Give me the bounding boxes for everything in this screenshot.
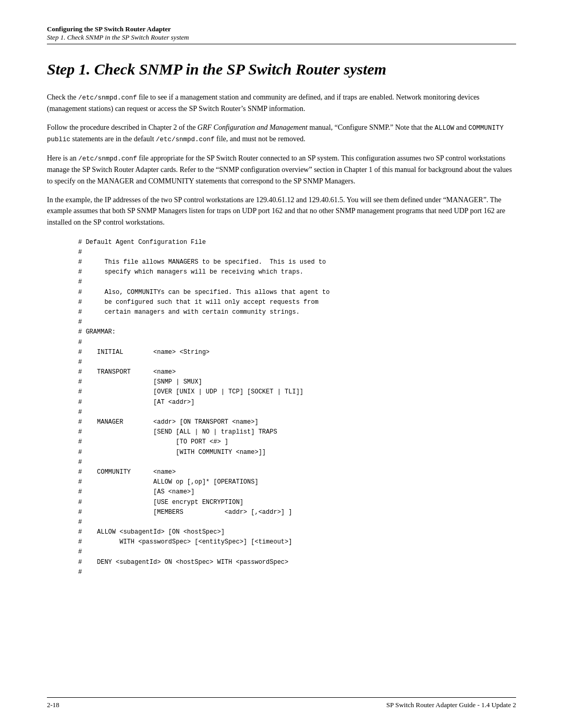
chapter-title: Step 1. Check SNMP in the SP Switch Rout… [47, 59, 516, 79]
code-block: # Default Agent Configuration File # # T… [78, 238, 516, 577]
body-content: Check the /etc/snmpd.conf file to see if… [47, 92, 516, 228]
code-allow: ALLOW [435, 125, 455, 132]
page: Configuring the SP Switch Router Adapter… [0, 0, 563, 728]
header-subtitle: Step 1. Check SNMP in the SP Switch Rout… [47, 33, 516, 42]
book-title: GRF Configuration and Management [198, 124, 308, 131]
header-title: Configuring the SP Switch Router Adapter [47, 25, 516, 33]
footer-guide-title: SP Switch Router Adapter Guide - 1.4 Upd… [386, 701, 516, 709]
paragraph-2: Follow the procedure described in Chapte… [47, 122, 516, 145]
code-snmpd-conf-2: /etc/snmpd.conf [156, 136, 215, 143]
paragraph-3: Here is an /etc/snmpd.conf file appropri… [47, 153, 516, 187]
code-snmpd-conf-3: /etc/snmpd.conf [78, 155, 137, 163]
page-header: Configuring the SP Switch Router Adapter… [47, 25, 516, 44]
footer-page-number: 2-18 [47, 701, 59, 709]
paragraph-4: In the example, the IP addresses of the … [47, 194, 516, 228]
code-snmpd-conf-1: /etc/snmpd.conf [78, 94, 137, 102]
page-footer: 2-18 SP Switch Router Adapter Guide - 1.… [47, 697, 516, 709]
paragraph-1: Check the /etc/snmpd.conf file to see if… [47, 92, 516, 115]
